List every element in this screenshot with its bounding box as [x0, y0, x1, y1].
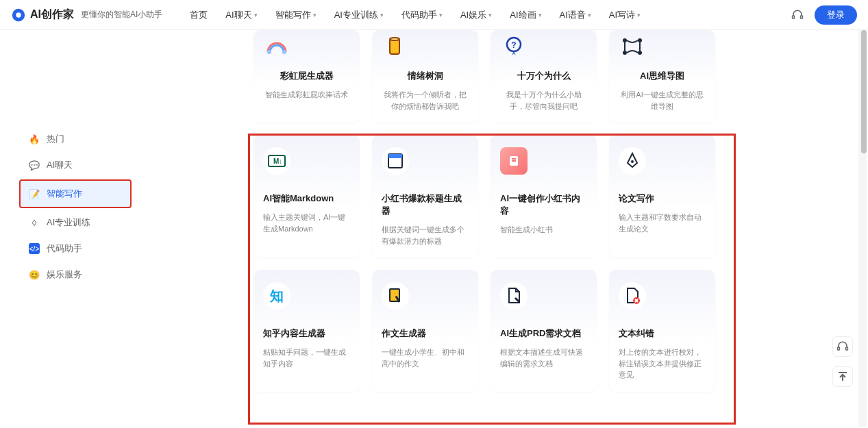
card-xhs-title[interactable]: 小红书爆款标题生成器 根据关键词一键生成多个有爆款潜力的标题	[372, 135, 478, 257]
svg-rect-2	[793, 15, 795, 18]
float-top-button[interactable]	[832, 366, 853, 387]
nav-code[interactable]: 代码助手▾	[401, 9, 443, 21]
chevron-down-icon: ▾	[254, 12, 258, 18]
card-title: 作文生成器	[382, 327, 469, 340]
top-nav: 首页 AI聊天▾ 智能写作▾ AI专业训练▾ 代码助手▾ AI娱乐▾ AI绘画▾…	[190, 9, 641, 21]
card-thesis[interactable]: 论文写作 输入主题和字数要求自动生成论文	[609, 135, 715, 257]
logo[interactable]: AI创作家	[11, 8, 74, 23]
card-markdown[interactable]: M↓ AI智能Markdown 输入主题关键词，AI一键生成Markdown	[253, 135, 360, 257]
card-mindmap[interactable]: AI思维导图 利用AI一键生成完整的思维导图	[609, 30, 715, 123]
sidebar-item-fun[interactable]: 😊娱乐服务	[21, 262, 130, 288]
cube-icon: ◊	[29, 217, 40, 228]
card-title: AI一键创作小红书内容	[500, 192, 587, 217]
svg-text:M↓: M↓	[273, 158, 282, 165]
card-desc: 粘贴知乎问题，一键生成知乎内容	[263, 347, 350, 369]
mindmap-icon	[619, 33, 646, 60]
card-title: AI生成PRD需求文档	[500, 327, 587, 340]
sidebar-item-chat[interactable]: 💬AI聊天	[21, 152, 130, 178]
header-subtitle: 更懂你的智能AI小助手	[81, 9, 162, 21]
question-icon: ?	[500, 33, 528, 60]
card-desc: 我是十万个为什么小助手，尽管向我提问吧	[500, 89, 587, 112]
rainbow-icon	[263, 33, 290, 60]
chevron-down-icon: ▾	[588, 12, 591, 18]
card-prd[interactable]: AI生成PRD需求文档 根据文本描述生成可快速编辑的需求文档	[491, 270, 597, 392]
nav-training[interactable]: AI专业训练▾	[334, 9, 384, 21]
chevron-down-icon: ▾	[313, 12, 317, 18]
nav-draw[interactable]: AI绘画▾	[510, 9, 541, 21]
svg-rect-3	[801, 15, 803, 18]
card-zhihu[interactable]: 知 知乎内容生成器 粘贴知乎问题，一键生成知乎内容	[253, 270, 360, 392]
nav-writing[interactable]: 智能写作▾	[275, 9, 317, 21]
card-title: 彩虹屁生成器	[263, 70, 350, 82]
code-icon: </>	[29, 243, 40, 254]
markdown-icon: M↓	[263, 147, 290, 175]
smile-icon: 😊	[29, 269, 40, 280]
svg-point-7	[390, 38, 399, 40]
svg-point-11	[638, 38, 642, 42]
card-essay[interactable]: 作文生成器 一键生成小学生、初中和高中的作文	[372, 270, 478, 392]
card-desc: 根据关键词一键生成多个有爆款潜力的标题	[382, 224, 469, 247]
card-title: 知乎内容生成器	[263, 327, 350, 340]
card-title: 情绪树洞	[382, 70, 469, 82]
svg-text:?: ?	[511, 40, 516, 50]
sidebar-item-hot[interactable]: 🔥热门	[21, 126, 130, 152]
card-desc: 一键生成小学生、初中和高中的作文	[382, 347, 469, 369]
logo-text: AI创作家	[30, 8, 74, 22]
card-desc: 根据文本描述生成可快速编辑的需求文档	[500, 347, 587, 369]
note-icon	[500, 147, 528, 175]
card-title: 论文写作	[619, 192, 706, 205]
card-desc: 对上传的文本进行校对，标注错误文本并提供修正意见	[619, 347, 706, 381]
headset-icon	[836, 340, 849, 353]
nav-poem[interactable]: AI写诗▾	[609, 9, 641, 21]
card-desc: 利用AI一键生成完整的思维导图	[619, 89, 706, 112]
card-why[interactable]: ? 十万个为什么 我是十万个为什么小助手，尽管向我提问吧	[491, 30, 597, 123]
scrollbar-thumb[interactable]	[861, 30, 867, 153]
zhihu-icon: 知	[263, 282, 290, 310]
card-title: AI思维导图	[619, 70, 706, 82]
main-content: 彩虹屁生成器 智能生成彩虹屁吹捧话术 情绪树洞 我将作为一个倾听者，把你的烦恼都…	[151, 30, 868, 428]
svg-point-4	[267, 50, 271, 54]
svg-point-5	[282, 50, 286, 54]
browser-icon	[382, 147, 409, 175]
write-icon: 📝	[29, 188, 40, 199]
chevron-down-icon: ▾	[488, 12, 492, 18]
chat-icon: 💬	[29, 160, 40, 171]
card-rainbow[interactable]: 彩虹屁生成器 智能生成彩虹屁吹捧话术	[253, 30, 360, 123]
svg-rect-17	[388, 154, 402, 158]
svg-point-13	[638, 51, 642, 55]
card-title: 文本纠错	[619, 327, 706, 340]
login-button[interactable]: 登录	[815, 5, 857, 25]
chevron-down-icon: ▾	[637, 12, 641, 18]
nav-home[interactable]: 首页	[190, 9, 208, 21]
card-desc: 我将作为一个倾听者，把你的烦恼都告诉我吧	[382, 89, 469, 112]
svg-rect-26	[846, 347, 848, 351]
nav-chat[interactable]: AI聊天▾	[225, 9, 257, 21]
sidebar-item-writing[interactable]: 📝智能写作	[19, 179, 132, 208]
pen-icon	[619, 147, 646, 175]
card-title: 十万个为什么	[500, 70, 587, 82]
chevron-down-icon: ▾	[380, 12, 384, 18]
svg-rect-25	[838, 347, 840, 351]
card-desc: 智能生成小红书	[500, 224, 587, 236]
card-xhs-content[interactable]: AI一键创作小红书内容 智能生成小红书	[491, 135, 597, 257]
sidebar-item-training[interactable]: ◊AI专业训练	[21, 210, 130, 236]
sidebar-item-code[interactable]: </>代码助手	[21, 236, 130, 262]
card-tree-hole[interactable]: 情绪树洞 我将作为一个倾听者，把你的烦恼都告诉我吧	[372, 30, 478, 123]
nav-voice[interactable]: AI语音▾	[560, 9, 591, 21]
arrow-top-icon	[837, 371, 848, 382]
float-support-button[interactable]	[832, 336, 853, 357]
svg-point-1	[16, 12, 21, 17]
card-correct[interactable]: 文本纠错 对上传的文本进行校对，标注错误文本并提供修正意见	[609, 270, 715, 392]
svg-point-10	[623, 38, 627, 42]
support-icon[interactable]	[791, 9, 804, 21]
chevron-down-icon: ▾	[538, 12, 542, 18]
card-title: 小红书爆款标题生成器	[382, 192, 469, 217]
fire-icon: 🔥	[29, 134, 40, 144]
card-desc: 智能生成彩虹屁吹捧话术	[263, 89, 350, 101]
logo-icon	[11, 8, 26, 23]
svg-rect-6	[390, 39, 399, 54]
doc-error-icon	[619, 282, 646, 310]
card-desc: 输入主题关键词，AI一键生成Markdown	[263, 212, 350, 234]
doc-edit-icon	[500, 282, 528, 310]
nav-fun[interactable]: AI娱乐▾	[460, 9, 492, 21]
